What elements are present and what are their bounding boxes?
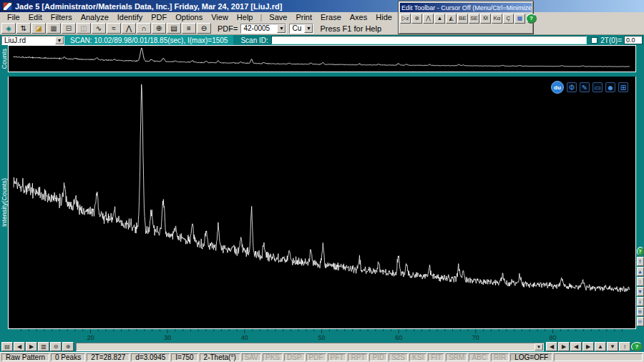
- overlay-edit-icon[interactable]: ✎: [580, 82, 590, 92]
- kalpha2-tool[interactable]: Kα: [492, 14, 502, 24]
- status-flag-rir[interactable]: RIR: [491, 353, 509, 361]
- zoom-in-x-button[interactable]: ⊕: [62, 342, 74, 351]
- c-tool[interactable]: Ç: [503, 14, 514, 24]
- next-range-button[interactable]: ▶: [26, 342, 37, 351]
- scale-minus-button[interactable]: ▼: [607, 342, 618, 351]
- two-theta-zero-checkbox[interactable]: [591, 37, 597, 44]
- overlay-account-icon[interactable]: ☻: [605, 82, 615, 92]
- profile-fit-icon[interactable]: ∩: [137, 23, 151, 34]
- menu-item-identify[interactable]: Identify: [113, 13, 147, 21]
- edit-toolbar-titlebar[interactable]: Edit Toolbar - Cursor Off (Menu/Ctrl=Min…: [400, 3, 532, 12]
- range-slider-track[interactable]: ▾: [76, 343, 544, 351]
- scale-up-icon[interactable]: ⇑: [637, 257, 644, 266]
- data-table-icon[interactable]: ▦: [47, 23, 61, 34]
- menu-item-edit[interactable]: Edit: [24, 13, 47, 21]
- zoom-out-icon[interactable]: ⊖: [197, 23, 211, 34]
- scan-file-select[interactable]: LiuJ.rd ▼: [1, 36, 64, 45]
- zoom-tool[interactable]: ⊕: [411, 14, 422, 24]
- main-chart[interactable]: du Φ✎▭☻⊞: [8, 77, 636, 329]
- status-flag-pft[interactable]: PFT: [328, 353, 347, 361]
- help-button[interactable]: ?: [526, 14, 537, 24]
- pan-right-button[interactable]: ▶: [558, 342, 570, 351]
- step-right-button[interactable]: ▶: [582, 342, 594, 351]
- status-flag-ksi[interactable]: KSI: [409, 353, 426, 361]
- pattern-icon[interactable]: ◈: [1, 23, 16, 34]
- peak-cursor-tool[interactable]: ⋀: [423, 14, 434, 24]
- overlay-apps-icon[interactable]: ⊞: [618, 82, 628, 92]
- menu-item-help[interactable]: Help: [233, 13, 258, 21]
- menu-item-axes[interactable]: Axes: [346, 13, 371, 21]
- strip-edit-tool[interactable]: SE: [469, 14, 479, 24]
- menu-item-analyze[interactable]: Analyze: [77, 13, 113, 21]
- menu-item-save[interactable]: Save: [265, 13, 291, 21]
- max-tool[interactable]: M̂: [480, 14, 491, 24]
- menu-item-print[interactable]: Print: [291, 13, 316, 21]
- options-tool[interactable]: ▦: [514, 14, 525, 24]
- scan-id-input[interactable]: [271, 36, 587, 44]
- zoom-in-y-icon[interactable]: ⊕: [637, 307, 644, 316]
- spin-updown-icon[interactable]: ⇅: [16, 23, 31, 34]
- pdf-select[interactable]: 42-0005 ▼: [240, 24, 286, 34]
- smooth-curve-icon[interactable]: ∿: [92, 23, 106, 34]
- fit-y-icon[interactable]: ↕: [637, 277, 644, 286]
- overlay-screen-icon[interactable]: ▭: [592, 82, 602, 92]
- log-mode-toggle[interactable]: LOG=OFF: [510, 353, 552, 361]
- shift-up-icon[interactable]: ▲: [637, 267, 644, 276]
- step-left-button[interactable]: ◀: [570, 342, 582, 351]
- shift-down-icon[interactable]: ▼: [637, 287, 644, 296]
- status-flag-pdf[interactable]: PDF: [306, 353, 326, 361]
- overlay-translate-icon[interactable]: Φ: [567, 82, 577, 92]
- status-flag-rpt[interactable]: RPT: [348, 353, 368, 361]
- pan-left-button[interactable]: ◀: [546, 342, 557, 351]
- scale-down-icon[interactable]: ⇓: [637, 297, 644, 306]
- status-segment-2[interactable]: 2T=28.827: [87, 353, 130, 361]
- menu-item-pdf[interactable]: PDF: [147, 13, 171, 21]
- overlay-patterns-icon[interactable]: ◫: [77, 23, 91, 34]
- anode-select[interactable]: Cu ▼: [289, 24, 313, 34]
- range-tool[interactable]: ◭: [446, 14, 457, 24]
- overlay-logo[interactable]: du: [551, 81, 564, 94]
- status-segment-5[interactable]: 2-Theta(°): [200, 353, 240, 361]
- menu-item-options[interactable]: Options: [171, 13, 207, 21]
- menu-item-file[interactable]: File: [3, 13, 24, 21]
- status-flag-fit[interactable]: FIT: [428, 353, 444, 361]
- title-bar[interactable]: Jade 5 [Administrator/Materials Data, In…: [0, 0, 644, 12]
- chevron-down-icon[interactable]: ▼: [304, 24, 313, 33]
- zoom-out-y-icon[interactable]: ⊖: [637, 317, 644, 326]
- status-flag-pid[interactable]: PID: [369, 353, 387, 361]
- status-flag-abc[interactable]: ABC: [469, 353, 489, 361]
- menu-item-hide[interactable]: Hide: [371, 13, 396, 21]
- scale-plus-button[interactable]: ▲: [595, 342, 606, 351]
- status-segment-4[interactable]: I=750: [171, 353, 197, 361]
- box-cursor-tool[interactable]: ▷z: [400, 14, 411, 24]
- chevron-down-icon[interactable]: ▼: [55, 36, 64, 44]
- status-flag-dsp[interactable]: DSP: [284, 353, 305, 361]
- help-round-button[interactable]: ?: [637, 247, 644, 256]
- pdf-cards-icon[interactable]: ▤: [167, 23, 181, 34]
- report-icon[interactable]: ≡: [182, 23, 196, 34]
- background-fit-icon[interactable]: ≈: [107, 23, 121, 34]
- prev-range-button[interactable]: ◀: [14, 342, 25, 351]
- zoom-out-x-button[interactable]: ⊖: [50, 342, 62, 351]
- menu-item-view[interactable]: View: [207, 13, 233, 21]
- area-tool[interactable]: ▲: [434, 14, 445, 24]
- status-flag-pks[interactable]: PKS: [263, 353, 283, 361]
- print-icon[interactable]: ⊟: [62, 23, 76, 34]
- status-flag-srm[interactable]: SRM: [446, 353, 467, 361]
- bg-edit-tool[interactable]: BE: [457, 14, 468, 24]
- chevron-down-icon[interactable]: ▼: [277, 24, 286, 33]
- status-flag-s2s[interactable]: S2S: [389, 353, 408, 361]
- go-first-button[interactable]: ▤: [1, 342, 13, 351]
- chevron-down-icon[interactable]: ▾: [535, 343, 543, 351]
- search-match-icon[interactable]: ⊕: [152, 23, 166, 34]
- overview-chart[interactable]: [8, 45, 636, 72]
- menu-item-erase[interactable]: Erase: [316, 13, 346, 21]
- edit-toolbar-window[interactable]: Edit Toolbar - Cursor Off (Menu/Ctrl=Min…: [398, 1, 534, 34]
- menu-item-filters[interactable]: Filters: [47, 13, 77, 21]
- peak-search-icon[interactable]: ⋀: [122, 23, 136, 34]
- status-segment-3[interactable]: d=3.0945: [131, 353, 170, 361]
- status-flag-sav[interactable]: SAV: [242, 353, 261, 361]
- nav-help-button[interactable]: ?: [631, 342, 643, 351]
- two-theta-zero-input[interactable]: 0.0: [624, 36, 643, 44]
- auto-fit-button[interactable]: ↕: [619, 342, 630, 351]
